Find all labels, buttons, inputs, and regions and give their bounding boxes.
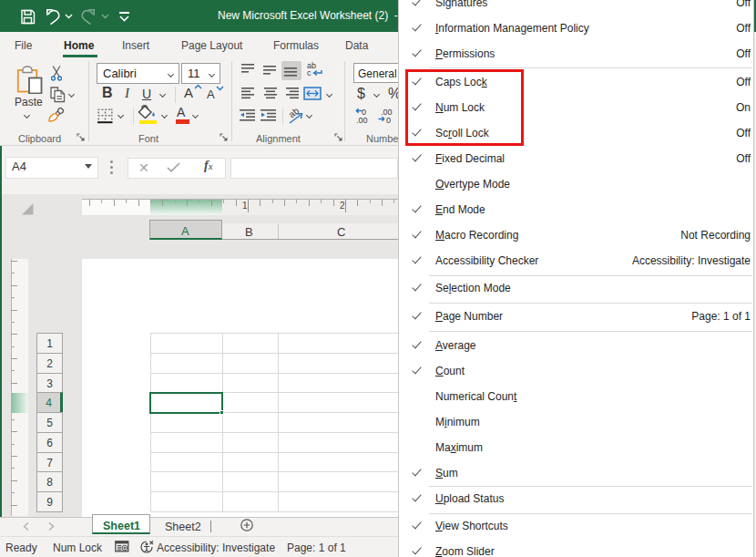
svg-text:.00: .00: [356, 116, 368, 124]
svg-text:0: 0: [386, 116, 391, 124]
